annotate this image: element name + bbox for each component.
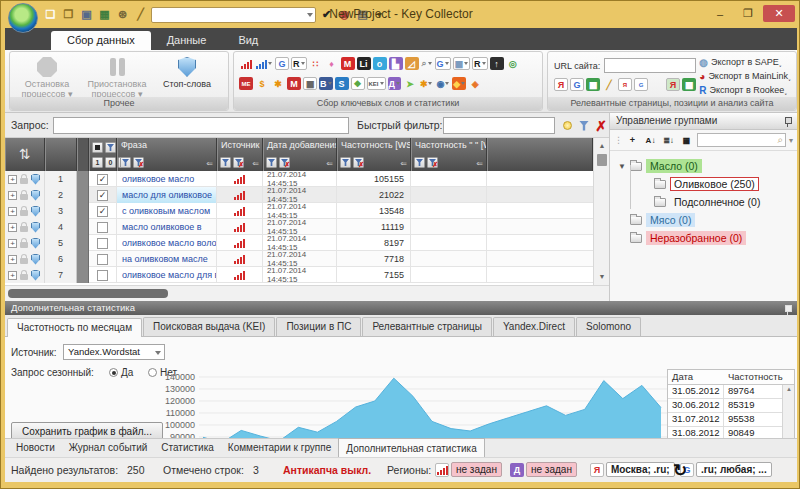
expand-icon[interactable]: +: [8, 175, 17, 184]
header-col-3[interactable]: Дата добавления✗⇐: [263, 138, 337, 171]
stats-tab-3[interactable]: Позиции в ПС: [276, 317, 361, 336]
ribbon-tab-2[interactable]: Данные: [151, 31, 223, 50]
table-horizontal-scrollbar[interactable]: [5, 285, 609, 300]
tree-item-5[interactable]: Неразобранное (0): [610, 229, 797, 247]
funnel-clear-icon[interactable]: ✗: [233, 157, 244, 168]
stats-tab-2[interactable]: Поисковая выдача (KEI): [143, 317, 275, 336]
region-wordstat[interactable]: не задан: [435, 462, 502, 477]
pin-left-icon[interactable]: ⇐: [252, 159, 259, 168]
mark-0-icon[interactable]: 0: [105, 157, 116, 168]
google-stats-icon[interactable]: G: [435, 57, 451, 70]
bottom-tab-2[interactable]: Журнал событий: [62, 439, 155, 457]
mail-2-icon[interactable]: M: [287, 77, 301, 90]
expand-icon[interactable]: +: [8, 207, 17, 216]
calculator-icon[interactable]: ▦: [303, 77, 317, 90]
funnel-edit-icon[interactable]: [340, 157, 351, 168]
excel-export-icon[interactable]: ▦: [586, 78, 600, 91]
header-filler[interactable]: [487, 138, 593, 171]
export-mainlink-link[interactable]: ◕Экспорт в MainLink˯: [699, 69, 791, 83]
frequency-row[interactable]: 31.07.201295538: [668, 413, 794, 427]
mail-metrics-icon[interactable]: M: [341, 57, 355, 70]
ok-green-icon[interactable]: ◎: [506, 57, 520, 70]
likes-icon[interactable]: ↑: [490, 57, 504, 70]
table-vertical-scrollbar[interactable]: ▲ ▼: [593, 138, 609, 285]
idea-icon[interactable]: [559, 118, 575, 133]
maps-icon[interactable]: ▦: [453, 57, 471, 70]
zoom-search-icon[interactable]: ⌕: [421, 57, 433, 70]
google-kei-icon[interactable]: G: [634, 78, 648, 91]
query-input[interactable]: [53, 117, 349, 134]
skype-icon[interactable]: S: [335, 77, 349, 90]
table-row[interactable]: +2✓масло для оливковое21.07.2014 14:45:1…: [5, 187, 593, 203]
expand-icon[interactable]: +: [8, 223, 17, 232]
funnel-clear-icon[interactable]: ✗: [353, 157, 364, 168]
bottom-tab-4[interactable]: Комментарии к группе: [221, 439, 338, 457]
table-row[interactable]: +4масло оливковое в21.07.2014 14:45:1511…: [5, 219, 593, 235]
expand-icon[interactable]: +: [8, 271, 17, 280]
leaf-icon[interactable]: ➤: [403, 77, 417, 90]
funnel-edit-icon[interactable]: [220, 157, 231, 168]
metrika-icon[interactable]: ME: [239, 77, 253, 90]
checkbox[interactable]: ✓: [97, 174, 108, 185]
pin-left-icon[interactable]: ⇐: [326, 159, 333, 168]
header-indicator[interactable]: [77, 138, 89, 171]
expand-icon[interactable]: +: [8, 255, 17, 264]
pin-icon[interactable]: [784, 305, 791, 314]
spy-icon[interactable]: ◉: [435, 77, 450, 90]
yandex-kei-icon[interactable]: Я: [618, 78, 632, 91]
stats-tab-1[interactable]: Частотность по месяцам: [7, 318, 142, 337]
scroll-down-icon[interactable]: ▼: [594, 270, 610, 284]
yandex-check-icon[interactable]: Я: [666, 78, 680, 91]
fire-icon[interactable]: ◆: [452, 77, 466, 90]
checkbox[interactable]: [97, 238, 108, 249]
group-search-input[interactable]: ⌕: [697, 133, 786, 147]
excel-2-icon[interactable]: ▦: [682, 78, 696, 91]
google-kw-icon[interactable]: G: [275, 57, 289, 70]
scroll-thumb[interactable]: [8, 289, 168, 298]
clear-filter-icon[interactable]: ✗: [593, 118, 609, 133]
pin-icon[interactable]: [784, 117, 791, 126]
scroll-up-icon[interactable]: ▲: [594, 139, 610, 153]
pin-left-icon[interactable]: ⇐: [400, 159, 407, 168]
wordstat-icon[interactable]: [239, 57, 253, 70]
add-group-button[interactable]: +: [625, 133, 640, 147]
bottom-tab-1[interactable]: Новости: [9, 439, 62, 457]
quick-filter-input[interactable]: [443, 117, 555, 134]
stat-purple-icon[interactable]: ▙: [389, 57, 403, 70]
stat-orange-icon[interactable]: ◿: [405, 57, 419, 70]
tree-item-2[interactable]: Оливковое (250): [610, 175, 797, 193]
checkbox[interactable]: ✓: [97, 190, 108, 201]
table-row[interactable]: +5оливковое масло волосы21.07.2014 14:45…: [5, 235, 593, 251]
header-col-1[interactable]: Фраза✗⇐: [117, 138, 217, 171]
refresh-icon[interactable]: ↻: [673, 460, 687, 481]
scroll-up-icon[interactable]: ▲: [783, 386, 795, 392]
maximize-button[interactable]: ❐: [735, 5, 761, 22]
pictures-icon[interactable]: ❖: [351, 77, 365, 90]
pin-left-icon[interactable]: ⇐: [476, 159, 483, 168]
hand-1-icon[interactable]: ✱: [271, 77, 285, 90]
box-icon[interactable]: ◈: [468, 77, 482, 90]
stats-tab-6[interactable]: Solomono: [576, 317, 641, 336]
filter-icon[interactable]: [576, 118, 592, 133]
expand-icon[interactable]: +: [8, 239, 17, 248]
expand-arrow-icon[interactable]: ▼: [618, 162, 626, 171]
minimize-button[interactable]: –: [707, 5, 733, 22]
export-rookee-link[interactable]: RЭкспорт в Rookee˯: [699, 83, 791, 97]
rambler-stats-icon[interactable]: R: [472, 57, 488, 70]
odnoklassniki-icon[interactable]: o: [373, 57, 387, 70]
bottom-tab-5[interactable]: Дополнительная статистика: [338, 438, 484, 457]
kei-icon[interactable]: KEI: [367, 77, 386, 90]
checkbox[interactable]: [97, 222, 108, 233]
funnel-edit-icon[interactable]: [414, 157, 425, 168]
stats-tab-5[interactable]: Yandex.Direct: [493, 317, 575, 336]
table-row[interactable]: +7оливковое масло для волос21.07.2014 14…: [5, 267, 593, 283]
tree-item-1[interactable]: ▼Масло (0): [610, 157, 797, 175]
vk-icon[interactable]: B: [319, 77, 333, 90]
table-row[interactable]: +3✓с оливковым маслом21.07.2014 14:45:15…: [5, 203, 593, 219]
checkbox[interactable]: [97, 270, 108, 281]
rambler-kw-icon[interactable]: R: [291, 57, 307, 70]
clean-broom-icon[interactable]: ╱: [602, 78, 616, 91]
stats-tab-4[interactable]: Релевантные страницы: [362, 317, 492, 336]
expand-icon[interactable]: +: [8, 191, 17, 200]
sort-rows-icon[interactable]: ⇅: [19, 146, 31, 162]
